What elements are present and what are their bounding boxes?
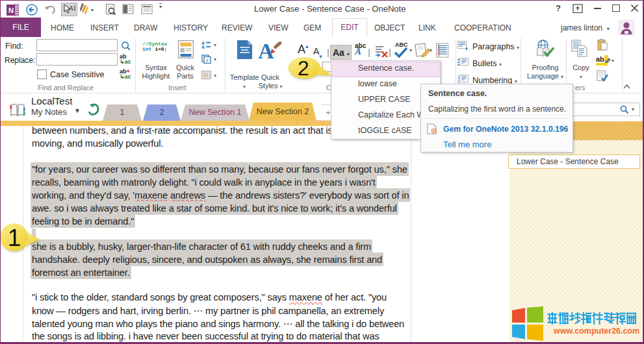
svg-text:N: N bbox=[8, 6, 14, 14]
svg-text:2: 2 bbox=[298, 56, 309, 80]
svg-text:AI: AI bbox=[69, 5, 76, 12]
svg-text:7: 7 bbox=[206, 58, 209, 64]
svg-text:A: A bbox=[201, 45, 205, 49]
svg-text:1: 1 bbox=[8, 225, 21, 251]
